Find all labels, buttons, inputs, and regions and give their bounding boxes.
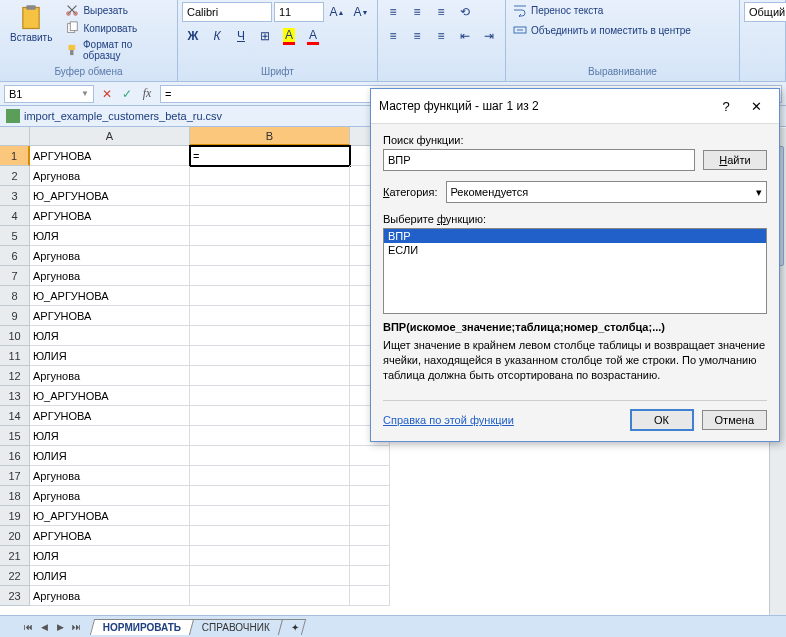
cell[interactable] — [190, 366, 350, 386]
cell[interactable] — [190, 346, 350, 366]
function-item[interactable]: ВПР — [384, 229, 766, 243]
cell[interactable] — [190, 486, 350, 506]
number-format-select[interactable]: Общий — [744, 2, 786, 22]
cell[interactable] — [190, 226, 350, 246]
align-right-button[interactable]: ≡ — [430, 26, 452, 46]
row-header[interactable]: 6 — [0, 246, 30, 266]
cell[interactable] — [350, 486, 390, 506]
cell[interactable]: Аргунова — [30, 366, 190, 386]
shrink-font-button[interactable]: A▼ — [350, 2, 372, 22]
row-header[interactable]: 16 — [0, 446, 30, 466]
row-header[interactable]: 2 — [0, 166, 30, 186]
sheet-tab-active[interactable]: НОРМИРОВАТЬ — [90, 619, 194, 635]
cell[interactable] — [350, 546, 390, 566]
align-middle-button[interactable]: ≡ — [406, 2, 428, 22]
cell[interactable] — [190, 306, 350, 326]
font-color-button[interactable]: А — [302, 26, 324, 46]
orientation-button[interactable]: ⟲ — [454, 2, 476, 22]
row-header[interactable]: 17 — [0, 466, 30, 486]
cell[interactable] — [190, 526, 350, 546]
cell[interactable] — [190, 446, 350, 466]
help-link[interactable]: Справка по этой функции — [383, 414, 622, 426]
cell[interactable] — [190, 546, 350, 566]
align-bottom-button[interactable]: ≡ — [430, 2, 452, 22]
cell[interactable]: ЮЛЯ — [30, 226, 190, 246]
cell[interactable] — [350, 526, 390, 546]
align-left-button[interactable]: ≡ — [382, 26, 404, 46]
cell[interactable]: = — [190, 146, 350, 166]
cell[interactable]: Ю_АРГУНОВА — [30, 506, 190, 526]
cell[interactable]: ЮЛЯ — [30, 426, 190, 446]
cell[interactable] — [350, 586, 390, 606]
italic-button[interactable]: К — [206, 26, 228, 46]
paste-button[interactable]: Вставить — [4, 2, 58, 45]
cell[interactable]: Аргунова — [30, 466, 190, 486]
wrap-text-button[interactable]: Перенос текста — [510, 2, 606, 18]
sheet-tab[interactable]: СПРАВОЧНИК — [189, 619, 283, 635]
cell[interactable]: Аргунова — [30, 246, 190, 266]
insert-function-button[interactable]: fx — [138, 85, 156, 103]
cell[interactable] — [190, 206, 350, 226]
cell[interactable] — [190, 566, 350, 586]
cell[interactable]: АРГУНОВА — [30, 206, 190, 226]
cell[interactable] — [350, 466, 390, 486]
merge-center-button[interactable]: Объединить и поместить в центре — [510, 22, 694, 38]
help-button[interactable]: ? — [711, 95, 741, 117]
cut-button[interactable]: Вырезать — [62, 2, 173, 18]
search-input[interactable] — [383, 149, 695, 171]
cell[interactable]: Аргунова — [30, 586, 190, 606]
cell[interactable]: Ю_АРГУНОВА — [30, 286, 190, 306]
cell[interactable] — [190, 506, 350, 526]
row-header[interactable]: 8 — [0, 286, 30, 306]
row-header[interactable]: 18 — [0, 486, 30, 506]
cell[interactable] — [190, 266, 350, 286]
cell[interactable]: АРГУНОВА — [30, 406, 190, 426]
cell[interactable] — [190, 586, 350, 606]
row-header[interactable]: 3 — [0, 186, 30, 206]
row-header[interactable]: 1 — [0, 146, 30, 166]
function-list[interactable]: ВПР ЕСЛИ — [383, 228, 767, 314]
row-header[interactable]: 5 — [0, 226, 30, 246]
borders-button[interactable]: ⊞ — [254, 26, 276, 46]
copy-button[interactable]: Копировать — [62, 20, 173, 36]
cell[interactable] — [350, 446, 390, 466]
name-box[interactable]: B1▼ — [4, 85, 94, 103]
cell[interactable]: ЮЛЯ — [30, 326, 190, 346]
cell[interactable]: АРГУНОВА — [30, 146, 190, 166]
format-painter-button[interactable]: Формат по образцу — [62, 38, 173, 62]
fill-color-button[interactable]: А — [278, 26, 300, 46]
next-sheet-button[interactable]: ▶ — [52, 619, 68, 635]
find-button[interactable]: Найти — [703, 150, 767, 170]
row-header[interactable]: 20 — [0, 526, 30, 546]
category-select[interactable]: Рекомендуется▾ — [446, 181, 768, 203]
cell[interactable] — [190, 326, 350, 346]
row-header[interactable]: 23 — [0, 586, 30, 606]
row-header[interactable]: 21 — [0, 546, 30, 566]
cell[interactable]: Ю_АРГУНОВА — [30, 386, 190, 406]
row-header[interactable]: 9 — [0, 306, 30, 326]
cell[interactable] — [350, 566, 390, 586]
dialog-titlebar[interactable]: Мастер функций - шаг 1 из 2 ? ✕ — [371, 89, 779, 124]
cell[interactable] — [190, 406, 350, 426]
row-header[interactable]: 11 — [0, 346, 30, 366]
cell[interactable] — [190, 386, 350, 406]
last-sheet-button[interactable]: ⏭ — [68, 619, 84, 635]
cell[interactable]: Аргунова — [30, 266, 190, 286]
bold-button[interactable]: Ж — [182, 26, 204, 46]
cell[interactable]: ЮЛЯ — [30, 546, 190, 566]
cancel-formula-button[interactable]: ✕ — [98, 85, 116, 103]
font-name-select[interactable]: Calibri — [182, 2, 272, 22]
cell[interactable] — [190, 286, 350, 306]
column-header[interactable]: B — [190, 127, 350, 146]
cell[interactable] — [190, 246, 350, 266]
new-sheet-button[interactable]: ✦ — [278, 619, 306, 635]
row-header[interactable]: 12 — [0, 366, 30, 386]
align-center-button[interactable]: ≡ — [406, 26, 428, 46]
cell[interactable]: АРГУНОВА — [30, 526, 190, 546]
increase-indent-button[interactable]: ⇥ — [478, 26, 500, 46]
cell[interactable] — [190, 426, 350, 446]
row-header[interactable]: 15 — [0, 426, 30, 446]
row-header[interactable]: 4 — [0, 206, 30, 226]
function-item[interactable]: ЕСЛИ — [384, 243, 766, 257]
cell[interactable]: Аргунова — [30, 486, 190, 506]
